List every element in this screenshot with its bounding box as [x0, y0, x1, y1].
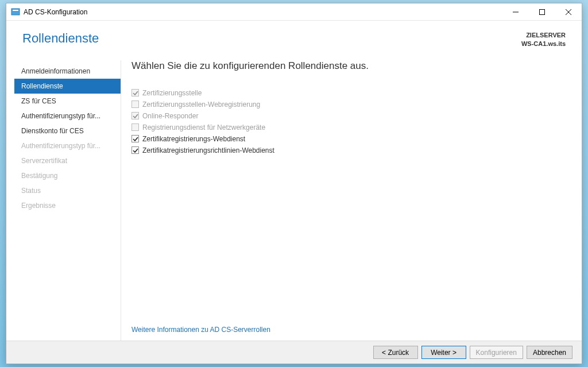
configure-button[interactable]: Konfigurieren: [470, 346, 523, 359]
more-info-link[interactable]: Weitere Informationen zu AD CS-Serverrol…: [131, 326, 566, 334]
window-title: AD CS-Konfiguration: [24, 8, 502, 16]
role-option-3: Registrierungsdienst für Netzwerkgeräte: [131, 122, 566, 133]
role-option-4: Zertifikatregistrierungs-Webdienst: [131, 134, 566, 144]
role-label-5: Zertifikatregistrierungsrichtlinien-Webd…: [142, 146, 274, 154]
role-options: ZertifizierungsstelleZertifizierungsstel…: [131, 88, 566, 156]
sidebar-item-7: Bestätigung: [14, 168, 121, 183]
role-checkbox-2: [131, 112, 139, 119]
role-option-2: Online-Responder: [131, 111, 566, 121]
role-option-1: Zertifizierungsstellen-Webregistrierung: [131, 99, 566, 110]
target-server-block: ZIELSERVER WS-CA1.ws.its: [521, 31, 566, 49]
role-label-0: Zertifizierungsstelle: [142, 89, 202, 97]
content: Wählen Sie die zu konfigurierenden Rolle…: [121, 60, 582, 341]
maximize-button[interactable]: [529, 3, 555, 20]
sidebar-item-6: Serverzertifikat: [14, 153, 121, 168]
sidebar-item-0[interactable]: Anmeldeinformationen: [14, 64, 121, 79]
page-title: Rollendienste: [22, 31, 99, 46]
next-button[interactable]: Weiter >: [421, 346, 466, 359]
target-label: ZIELSERVER: [521, 31, 566, 40]
sidebar-item-4[interactable]: Dienstkonto für CES: [14, 123, 121, 138]
sidebar-item-1[interactable]: Rollendienste: [14, 79, 121, 94]
footer: < Zurück Weiter > Konfigurieren Abbreche…: [6, 341, 582, 364]
role-checkbox-0: [131, 89, 139, 96]
role-checkbox-3: [131, 123, 139, 131]
sidebar: AnmeldeinformationenRollendiensteZS für …: [14, 60, 121, 341]
back-button[interactable]: < Zurück: [373, 346, 418, 359]
wizard-window: AD CS-Konfiguration Rollendienste ZIELSE…: [6, 3, 582, 364]
svg-rect-0: [11, 9, 20, 15]
spacer: [131, 156, 566, 326]
window-buttons: [502, 3, 582, 20]
role-label-1: Zertifizierungsstellen-Webregistrierung: [142, 101, 260, 109]
close-button[interactable]: [555, 3, 582, 20]
header: Rollendienste ZIELSERVER WS-CA1.ws.its: [6, 21, 582, 55]
titlebar: AD CS-Konfiguration: [6, 3, 582, 21]
role-checkbox-4[interactable]: [131, 135, 139, 142]
role-checkbox-5[interactable]: [131, 146, 139, 154]
app-icon: [11, 7, 20, 17]
role-label-3: Registrierungsdienst für Netzwerkgeräte: [142, 123, 265, 132]
sidebar-item-5: Authentifizierungstyp für...: [14, 138, 121, 153]
svg-rect-1: [13, 10, 18, 11]
role-label-4: Zertifikatregistrierungs-Webdienst: [142, 135, 245, 143]
role-label-2: Online-Responder: [142, 112, 198, 120]
role-option-0: Zertifizierungsstelle: [131, 88, 566, 98]
cancel-button[interactable]: Abbrechen: [527, 346, 572, 359]
sidebar-item-2[interactable]: ZS für CES: [14, 94, 121, 109]
minimize-button[interactable]: [502, 3, 529, 20]
content-heading: Wählen Sie die zu konfigurierenden Rolle…: [131, 60, 566, 72]
role-checkbox-1: [131, 101, 139, 108]
body: AnmeldeinformationenRollendiensteZS für …: [6, 55, 582, 341]
svg-rect-3: [540, 9, 545, 14]
sidebar-item-3[interactable]: Authentifizierungstyp für...: [14, 109, 121, 123]
target-server: WS-CA1.ws.its: [521, 40, 566, 48]
sidebar-item-9: Ergebnisse: [14, 198, 121, 213]
sidebar-item-8: Status: [14, 183, 121, 198]
role-option-5: Zertifikatregistrierungsrichtlinien-Webd…: [131, 145, 566, 156]
